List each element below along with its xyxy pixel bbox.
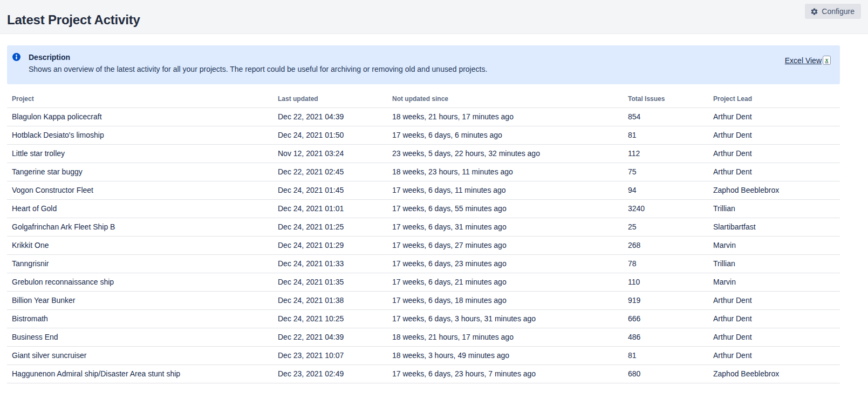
table-row: Hotblack Desiato's limoship Dec 24, 2021… <box>7 126 840 145</box>
project-cell: Tangerine star buggy <box>7 163 273 181</box>
not-updated-since-cell: 17 weeks, 6 days, 55 minutes ago <box>387 200 623 218</box>
not-updated-since-cell: 18 weeks, 21 hours, 17 minutes ago <box>387 328 623 347</box>
not-updated-since-cell: 18 weeks, 21 hours, 17 minutes ago <box>387 108 623 126</box>
project-cell: Tanngrisnir <box>7 255 273 273</box>
last-updated-cell: Dec 22, 2021 04:39 <box>273 108 387 126</box>
report-content: Description Shows an overview of the lat… <box>0 45 868 383</box>
project-cell: Business End <box>7 328 273 347</box>
last-updated-cell: Dec 24, 2021 10:25 <box>273 310 387 328</box>
column-header-project: Project <box>7 90 273 108</box>
table-row: Haggunenon Admiral ship/Disaster Area st… <box>7 365 840 383</box>
column-header-total-issues: Total Issues <box>623 90 708 108</box>
project-cell: Haggunenon Admiral ship/Disaster Area st… <box>7 365 273 383</box>
not-updated-since-cell: 17 weeks, 6 days, 23 minutes ago <box>387 255 623 273</box>
column-header-last-updated: Last updated <box>273 90 387 108</box>
table-row: Business End Dec 22, 2021 04:39 18 weeks… <box>7 328 840 347</box>
not-updated-since-cell: 17 weeks, 6 days, 23 hours, 7 minutes ag… <box>387 365 623 383</box>
info-icon <box>12 53 20 61</box>
total-issues-cell: 680 <box>623 365 708 383</box>
project-cell: Vogon Constructor Fleet <box>7 181 273 200</box>
project-lead-cell: Arthur Dent <box>708 145 840 163</box>
info-panel-title: Description <box>29 52 487 63</box>
last-updated-cell: Dec 22, 2021 04:39 <box>273 328 387 347</box>
project-lead-cell: Slartibartfast <box>708 218 840 237</box>
total-issues-cell: 919 <box>623 292 708 310</box>
project-lead-cell: Arthur Dent <box>708 310 840 328</box>
project-lead-cell: Arthur Dent <box>708 292 840 310</box>
last-updated-cell: Dec 24, 2021 01:01 <box>273 200 387 218</box>
project-lead-cell: Arthur Dent <box>708 126 840 145</box>
project-lead-cell: Arthur Dent <box>708 108 840 126</box>
table-row: Heart of Gold Dec 24, 2021 01:01 17 week… <box>7 200 840 218</box>
gear-icon <box>810 8 818 16</box>
project-cell: Giant silver suncruiser <box>7 347 273 365</box>
last-updated-cell: Dec 23, 2021 02:49 <box>273 365 387 383</box>
table-row: Blagulon Kappa policecraft Dec 22, 2021 … <box>7 108 840 126</box>
last-updated-cell: Nov 12, 2021 03:24 <box>273 145 387 163</box>
not-updated-since-cell: 18 weeks, 23 hours, 11 minutes ago <box>387 163 623 181</box>
not-updated-since-cell: 17 weeks, 6 days, 21 minutes ago <box>387 273 623 292</box>
page-header: Latest Project Activity Configure <box>0 0 868 34</box>
table-row: Vogon Constructor Fleet Dec 24, 2021 01:… <box>7 181 840 200</box>
project-lead-cell: Arthur Dent <box>708 163 840 181</box>
column-header-project-lead: Project Lead <box>708 90 840 108</box>
total-issues-cell: 78 <box>623 255 708 273</box>
column-header-not-updated-since: Not updated since <box>387 90 623 108</box>
project-cell: Krikkit One <box>7 237 273 255</box>
total-issues-cell: 486 <box>623 328 708 347</box>
project-cell: Blagulon Kappa policecraft <box>7 108 273 126</box>
total-issues-cell: 81 <box>623 347 708 365</box>
not-updated-since-cell: 23 weeks, 5 days, 22 hours, 32 minutes a… <box>387 145 623 163</box>
project-cell: Grebulon reconnaissance ship <box>7 273 273 292</box>
not-updated-since-cell: 17 weeks, 6 days, 18 minutes ago <box>387 292 623 310</box>
total-issues-cell: 854 <box>623 108 708 126</box>
project-lead-cell: Arthur Dent <box>708 328 840 347</box>
last-updated-cell: Dec 24, 2021 01:50 <box>273 126 387 145</box>
total-issues-cell: 94 <box>623 181 708 200</box>
last-updated-cell: Dec 22, 2021 02:45 <box>273 163 387 181</box>
page-title: Latest Project Activity <box>7 12 140 28</box>
not-updated-since-cell: 17 weeks, 6 days, 11 minutes ago <box>387 181 623 200</box>
table-row: Tangerine star buggy Dec 22, 2021 02:45 … <box>7 163 840 181</box>
project-lead-cell: Trillian <box>708 255 840 273</box>
table-row: Billion Year Bunker Dec 24, 2021 01:38 1… <box>7 292 840 310</box>
total-issues-cell: 3240 <box>623 200 708 218</box>
project-cell: Golgafrinchan Ark Fleet Ship B <box>7 218 273 237</box>
excel-file-icon[interactable]: x <box>823 56 831 65</box>
project-lead-cell: Marvin <box>708 237 840 255</box>
total-issues-cell: 25 <box>623 218 708 237</box>
not-updated-since-cell: 17 weeks, 6 days, 27 minutes ago <box>387 237 623 255</box>
table-header-row: Project Last updated Not updated since T… <box>7 90 840 108</box>
total-issues-cell: 110 <box>623 273 708 292</box>
table-body: Blagulon Kappa policecraft Dec 22, 2021 … <box>7 108 840 383</box>
last-updated-cell: Dec 24, 2021 01:45 <box>273 181 387 200</box>
last-updated-cell: Dec 24, 2021 01:25 <box>273 218 387 237</box>
project-lead-cell: Marvin <box>708 273 840 292</box>
project-cell: Bistromath <box>7 310 273 328</box>
not-updated-since-cell: 17 weeks, 6 days, 31 minutes ago <box>387 218 623 237</box>
project-lead-cell: Trillian <box>708 200 840 218</box>
total-issues-cell: 112 <box>623 145 708 163</box>
last-updated-cell: Dec 24, 2021 01:38 <box>273 292 387 310</box>
excel-view-link-label[interactable]: Excel View <box>785 56 822 65</box>
info-panel-text: Description Shows an overview of the lat… <box>29 52 487 75</box>
excel-view-link[interactable]: Excel Viewx <box>785 56 831 65</box>
total-issues-cell: 666 <box>623 310 708 328</box>
project-activity-table: Project Last updated Not updated since T… <box>7 90 840 383</box>
table-row: Bistromath Dec 24, 2021 10:25 17 weeks, … <box>7 310 840 328</box>
info-panel: Description Shows an overview of the lat… <box>7 45 840 84</box>
last-updated-cell: Dec 24, 2021 01:35 <box>273 273 387 292</box>
table-row: Giant silver suncruiser Dec 23, 2021 10:… <box>7 347 840 365</box>
not-updated-since-cell: 17 weeks, 6 days, 3 hours, 31 minutes ag… <box>387 310 623 328</box>
project-lead-cell: Zaphod Beeblebrox <box>708 365 840 383</box>
configure-button-label: Configure <box>822 7 855 16</box>
configure-button[interactable]: Configure <box>805 4 861 19</box>
total-issues-cell: 75 <box>623 163 708 181</box>
project-cell: Billion Year Bunker <box>7 292 273 310</box>
table-row: Little star trolley Nov 12, 2021 03:24 2… <box>7 145 840 163</box>
project-lead-cell: Zaphod Beeblebrox <box>708 181 840 200</box>
not-updated-since-cell: 18 weeks, 3 hours, 49 minutes ago <box>387 347 623 365</box>
project-cell: Heart of Gold <box>7 200 273 218</box>
table-row: Golgafrinchan Ark Fleet Ship B Dec 24, 2… <box>7 218 840 237</box>
table-row: Grebulon reconnaissance ship Dec 24, 202… <box>7 273 840 292</box>
